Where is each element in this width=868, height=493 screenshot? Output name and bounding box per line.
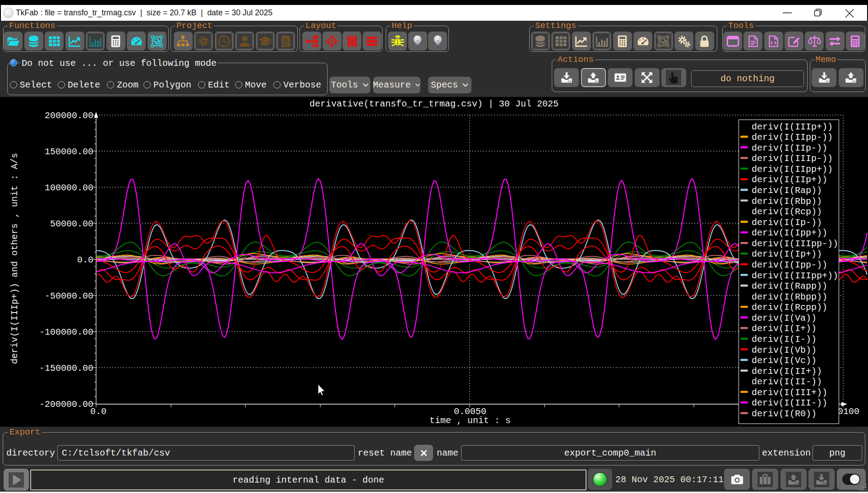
svg-text:deriv(I(IIIpp+)): deriv(I(IIIpp+)) [752,271,838,281]
svg-text:deriv(I(Va)): deriv(I(Va)) [752,313,817,323]
svg-text:deriv(I(Ipp+)): deriv(I(Ipp+)) [752,228,827,238]
svg-text:deriv(I(R0)): deriv(I(R0)) [752,409,817,419]
svg-text:deriv(I(IIIp+)): deriv(I(IIIp+)) [752,122,833,132]
svg-text:deriv(I(IIpp+)): deriv(I(IIpp+)) [752,164,833,175]
svg-text:-200000.00: -200000.00 [39,399,93,410]
svg-text:deriv(I(Ip-)): deriv(I(Ip-)) [752,217,822,228]
svg-text:deriv(I(Rap)): deriv(I(Rap)) [752,185,822,196]
svg-text:deriv(I(IIp+)): deriv(I(IIp+)) [752,175,827,185]
svg-text:deriv(I(II+)): deriv(I(II+)) [752,366,822,377]
svg-text:deriv(I(Ipp-)): deriv(I(Ipp-)) [752,260,827,270]
svg-text:deriv(I(Rbp)): deriv(I(Rbp)) [752,196,822,207]
svg-text:deriv(I(I-)): deriv(I(I-)) [752,334,817,345]
svg-text:50000.00: 50000.00 [50,219,93,229]
svg-text:200000.00: 200000.00 [45,111,93,121]
svg-text:deriv(I(Rcpp)): deriv(I(Rcpp)) [752,302,827,313]
svg-text:0.0: 0.0 [90,406,106,417]
svg-text:deriv(I(IIIp+)) and others , u: deriv(I(IIIp+)) and others , unit : A/s [9,153,20,364]
svg-text:deriv(I(IIIp-)): deriv(I(IIIp-)) [752,153,833,164]
svg-text:deriv(I(I+)): deriv(I(I+)) [752,323,817,334]
svg-text:time , unit : s: time , unit : s [429,415,511,426]
svg-text:-50000.00: -50000.00 [45,291,93,301]
svg-text:deriv(I(Vb)): deriv(I(Vb)) [752,345,817,355]
svg-text:deriv(I(Rcp)): deriv(I(Rcp)) [752,207,822,217]
svg-text:deriv(I(Rbpp)): deriv(I(Rbpp)) [752,292,827,302]
svg-text:-150000.00: -150000.00 [39,363,93,373]
svg-text:deriv(I(Ip+)): deriv(I(Ip+)) [752,249,822,259]
svg-text:deriv(I(III+)): deriv(I(III+)) [752,387,827,398]
svg-text:deriv(I(II-)): deriv(I(II-)) [752,377,822,387]
svg-text:deriv(I(III-)): deriv(I(III-)) [752,398,827,408]
svg-text:deriv(I(Vc)): deriv(I(Vc)) [752,355,817,366]
svg-text:100000.00: 100000.00 [45,183,93,193]
svg-text:deriv(I(IIp-)): deriv(I(IIp-)) [752,143,827,153]
svg-text:deriv(I(IIIpp-)): deriv(I(IIIpp-)) [752,239,838,249]
svg-text:0.0: 0.0 [77,255,93,265]
svg-text:150000.00: 150000.00 [45,147,93,157]
svg-text:derivative(transfo_tr_trmag.cs: derivative(transfo_tr_trmag.csv) | 30 Ju… [309,99,559,109]
svg-text:deriv(I(IIpp-)): deriv(I(IIpp-)) [752,132,833,143]
svg-text:-100000.00: -100000.00 [39,327,93,337]
svg-text:deriv(I(Rapp)): deriv(I(Rapp)) [752,281,827,291]
